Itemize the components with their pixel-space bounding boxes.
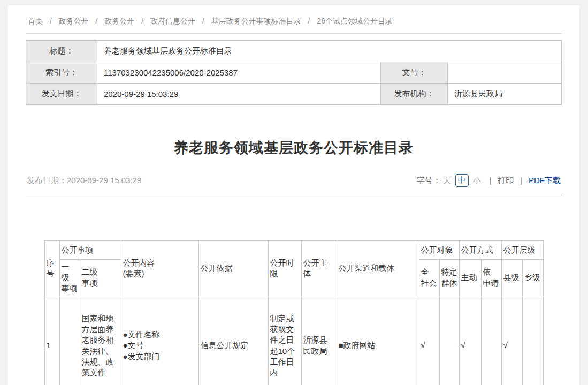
breadcrumb-item-pilot-catalog[interactable]: 26个试点领域公开目录 [317, 17, 393, 25]
cell-level-county-check: √ [501, 296, 522, 385]
th-level-county: 县级 [501, 260, 522, 296]
breadcrumb-item-gov-info[interactable]: 政府信息公开 [150, 17, 195, 25]
cell-level2-item: 国家和地方层面养老服务相关法律、法规、政策文件 [80, 296, 121, 385]
publish-date-value: 2020-09-29 15:03:29 [67, 176, 141, 185]
breadcrumb-item-home[interactable]: 首页 [28, 17, 43, 25]
cell-open-basis: 信息公开规定 [198, 296, 268, 385]
breadcrumb: 首页 / 政务公开 / 政务公开 / 政府信息公开 / 基层政务公开事项标准目录… [26, 5, 562, 34]
th-method-request: 依 申请 [481, 260, 501, 296]
breadcrumb-item-zwgk-1[interactable]: 政务公开 [59, 17, 89, 25]
cell-open-subject: 沂源县民政局 [301, 296, 337, 385]
meta-label-agency: 发布机构： [380, 84, 447, 105]
meta-value-title: 养老服务领域基层政务公开标准目录 [97, 41, 562, 62]
meta-value-agency: 沂源县民政局 [447, 84, 561, 105]
font-size-small-button[interactable]: 小 [473, 176, 481, 186]
meta-value-issue-date: 2020-09-29 15:03:29 [97, 84, 381, 105]
cell-method-active-check: √ [459, 296, 481, 385]
th-seq-icon: 序号 [44, 241, 59, 296]
catalog-header-row-1: 序号 公开事项 公开内容 (要素) 公开依据 公开时限 公开主体 公开渠道和载体… [44, 241, 543, 260]
cell-level-township-check [522, 296, 543, 385]
document-meta-table: 标题： 养老服务领域基层政务公开标准目录 索引号： 11370323004223… [26, 40, 562, 105]
pdf-download-link[interactable]: PDF下载 [529, 176, 561, 186]
th-open-channel: 公开渠道和载体 [337, 241, 419, 296]
publish-date-label: 发布日期： [27, 176, 67, 185]
cell-seq: 1 [44, 296, 59, 385]
th-open-target-group: 公开对象 [419, 241, 459, 260]
font-size-label: 字号： [417, 176, 441, 186]
cell-target-specific-check [439, 296, 459, 385]
th-open-basis: 公开依据 [198, 241, 268, 296]
th-level1-item: 一 级 事项 [59, 260, 80, 296]
th-open-level-group: 公开层级 [501, 241, 543, 260]
th-level-township: 乡级 [522, 260, 543, 296]
meta-row-date: 发文日期： 2020-09-29 15:03:29 发布机构： 沂源县民政局 [26, 84, 562, 105]
meta-value-index: 113703230042235006/2020-2025387 [97, 62, 381, 84]
catalog-table: 序号 公开事项 公开内容 (要素) 公开依据 公开时限 公开主体 公开渠道和载体… [44, 240, 544, 385]
breadcrumb-separator: / [202, 17, 204, 25]
article-toolbar: 字号： 大 中 小 | 打印 | PDF下载 [417, 174, 561, 187]
breadcrumb-separator: / [50, 17, 52, 25]
breadcrumb-separator: / [308, 17, 310, 25]
content-panel: 首页 / 政务公开 / 政务公开 / 政府信息公开 / 基层政务公开事项标准目录… [8, 5, 579, 385]
meta-value-doc-number [447, 62, 561, 84]
page-title: 养老服务领域基层政务公开标准目录 [26, 138, 562, 157]
breadcrumb-separator: / [96, 17, 98, 25]
meta-label-title: 标题： [26, 41, 97, 62]
catalog-table-row: 1 国家和地方层面养老服务相关法律、法规、政策文件 ●文件名称 ●文号 ●发文部… [44, 296, 543, 385]
cell-target-all-check: √ [419, 296, 439, 385]
print-button[interactable]: 打印 [498, 176, 514, 186]
breadcrumb-item-zwgk-2[interactable]: 政务公开 [104, 17, 134, 25]
section-divider [26, 195, 562, 195]
cell-open-time-limit: 制定或获取文件之日起10个工作日内 [268, 296, 301, 385]
toolbar-divider: | [520, 176, 522, 185]
th-open-time-limit: 公开时限 [268, 241, 301, 296]
th-open-subject: 公开主体 [301, 241, 337, 296]
th-open-content: 公开内容 (要素) [121, 241, 198, 296]
th-level2-item: 二级 事项 [80, 260, 121, 296]
th-method-active: 主动 [459, 260, 481, 296]
th-target-specific: 特定群体 [439, 260, 459, 296]
meta-row-title: 标题： 养老服务领域基层政务公开标准目录 [26, 41, 562, 62]
article-info-bar: 发布日期：2020-09-29 15:03:29 字号： 大 中 小 | 打印 … [26, 174, 562, 187]
font-size-large-button[interactable]: 大 [443, 176, 451, 186]
cell-open-content: ●文件名称 ●文号 ●发文部门 [121, 296, 198, 385]
cell-level1-item [59, 296, 80, 385]
meta-label-issue-date: 发文日期： [26, 84, 97, 105]
meta-row-index: 索引号： 113703230042235006/2020-2025387 文号： [26, 62, 562, 84]
meta-label-index: 索引号： [26, 62, 97, 84]
cell-method-request-check [481, 296, 501, 385]
cell-open-channel: ■政府网站 [337, 296, 419, 385]
toolbar-divider: | [490, 176, 492, 185]
th-open-method-group: 公开方式 [459, 241, 501, 260]
th-target-all: 全 社会 [419, 260, 439, 296]
th-open-item-group: 公开事项 [59, 241, 121, 260]
font-size-medium-button[interactable]: 中 [455, 174, 469, 187]
publish-date: 发布日期：2020-09-29 15:03:29 [27, 176, 141, 186]
breadcrumb-separator: / [141, 17, 143, 25]
breadcrumb-item-standard-catalog[interactable]: 基层政务公开事项标准目录 [211, 17, 301, 25]
meta-label-doc-number: 文号： [380, 62, 447, 84]
